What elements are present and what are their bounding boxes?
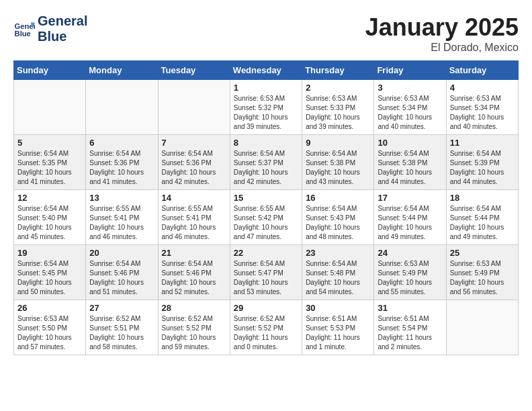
day-number: 28: [162, 303, 226, 313]
day-number: 21: [162, 248, 226, 258]
calendar-cell: 6Sunrise: 6:54 AM Sunset: 5:36 PM Daylig…: [86, 135, 158, 190]
calendar-cell: 5Sunrise: 6:54 AM Sunset: 5:35 PM Daylig…: [14, 135, 86, 190]
day-number: 5: [17, 138, 82, 148]
calendar-cell: 16Sunrise: 6:54 AM Sunset: 5:43 PM Dayli…: [302, 190, 374, 245]
calendar-cell: 22Sunrise: 6:54 AM Sunset: 5:47 PM Dayli…: [230, 245, 302, 300]
day-number: 15: [234, 193, 298, 203]
day-number: 10: [378, 138, 442, 148]
calendar-cell: 27Sunrise: 6:52 AM Sunset: 5:51 PM Dayli…: [86, 300, 158, 355]
calendar-cell: 2Sunrise: 6:53 AM Sunset: 5:33 PM Daylig…: [302, 80, 374, 135]
day-number: 26: [17, 303, 82, 313]
day-number: 9: [306, 138, 370, 148]
calendar-week-row: 1Sunrise: 6:53 AM Sunset: 5:32 PM Daylig…: [14, 80, 519, 135]
day-info: Sunrise: 6:54 AM Sunset: 5:48 PM Dayligh…: [306, 259, 370, 297]
calendar-cell: [158, 80, 230, 135]
day-number: 7: [162, 138, 226, 148]
calendar-cell: 17Sunrise: 6:54 AM Sunset: 5:44 PM Dayli…: [374, 190, 446, 245]
day-info: Sunrise: 6:54 AM Sunset: 5:38 PM Dayligh…: [306, 149, 370, 187]
day-info: Sunrise: 6:54 AM Sunset: 5:46 PM Dayligh…: [89, 259, 154, 297]
calendar-cell: 13Sunrise: 6:55 AM Sunset: 5:41 PM Dayli…: [86, 190, 158, 245]
day-number: 27: [89, 303, 154, 313]
calendar-cell: 4Sunrise: 6:53 AM Sunset: 5:34 PM Daylig…: [446, 80, 518, 135]
day-number: 4: [450, 83, 515, 93]
calendar-week-row: 26Sunrise: 6:53 AM Sunset: 5:50 PM Dayli…: [14, 300, 519, 355]
day-header-tuesday: Tuesday: [158, 61, 230, 80]
month-title: January 2025: [365, 13, 519, 42]
calendar-cell: 21Sunrise: 6:54 AM Sunset: 5:46 PM Dayli…: [158, 245, 230, 300]
calendar-week-row: 5Sunrise: 6:54 AM Sunset: 5:35 PM Daylig…: [14, 135, 519, 190]
calendar-cell: 20Sunrise: 6:54 AM Sunset: 5:46 PM Dayli…: [86, 245, 158, 300]
logo-icon: General Blue: [13, 18, 35, 40]
calendar-week-row: 12Sunrise: 6:54 AM Sunset: 5:40 PM Dayli…: [14, 190, 519, 245]
calendar-cell: [446, 300, 518, 355]
calendar-cell: 3Sunrise: 6:53 AM Sunset: 5:34 PM Daylig…: [374, 80, 446, 135]
day-info: Sunrise: 6:54 AM Sunset: 5:45 PM Dayligh…: [17, 259, 82, 297]
day-header-friday: Friday: [374, 61, 446, 80]
day-number: 11: [450, 138, 515, 148]
calendar-cell: 18Sunrise: 6:54 AM Sunset: 5:44 PM Dayli…: [446, 190, 518, 245]
calendar-cell: 31Sunrise: 6:51 AM Sunset: 5:54 PM Dayli…: [374, 300, 446, 355]
location: El Dorado, Mexico: [365, 42, 519, 54]
calendar-cell: 24Sunrise: 6:53 AM Sunset: 5:49 PM Dayli…: [374, 245, 446, 300]
calendar-cell: 9Sunrise: 6:54 AM Sunset: 5:38 PM Daylig…: [302, 135, 374, 190]
calendar-cell: 25Sunrise: 6:53 AM Sunset: 5:49 PM Dayli…: [446, 245, 518, 300]
calendar-cell: 28Sunrise: 6:52 AM Sunset: 5:52 PM Dayli…: [158, 300, 230, 355]
day-number: 12: [17, 193, 82, 203]
day-header-monday: Monday: [86, 61, 158, 80]
day-info: Sunrise: 6:54 AM Sunset: 5:38 PM Dayligh…: [378, 149, 442, 187]
day-number: 29: [234, 303, 298, 313]
title-block: January 2025 El Dorado, Mexico: [365, 13, 519, 54]
calendar-header-row: SundayMondayTuesdayWednesdayThursdayFrid…: [14, 61, 519, 80]
day-info: Sunrise: 6:54 AM Sunset: 5:43 PM Dayligh…: [306, 204, 370, 242]
logo: General Blue General Blue: [13, 13, 87, 44]
calendar-cell: 19Sunrise: 6:54 AM Sunset: 5:45 PM Dayli…: [14, 245, 86, 300]
calendar-cell: 15Sunrise: 6:55 AM Sunset: 5:42 PM Dayli…: [230, 190, 302, 245]
day-info: Sunrise: 6:53 AM Sunset: 5:34 PM Dayligh…: [378, 94, 442, 132]
day-info: Sunrise: 6:54 AM Sunset: 5:36 PM Dayligh…: [89, 149, 154, 187]
day-info: Sunrise: 6:54 AM Sunset: 5:40 PM Dayligh…: [17, 204, 82, 242]
logo-general: General: [38, 13, 87, 29]
day-number: 17: [378, 193, 442, 203]
day-info: Sunrise: 6:54 AM Sunset: 5:44 PM Dayligh…: [378, 204, 442, 242]
day-info: Sunrise: 6:55 AM Sunset: 5:42 PM Dayligh…: [234, 204, 298, 242]
day-header-sunday: Sunday: [14, 61, 86, 80]
day-number: 14: [162, 193, 226, 203]
page-header: General Blue General Blue January 2025 E…: [13, 13, 519, 54]
day-info: Sunrise: 6:54 AM Sunset: 5:37 PM Dayligh…: [234, 149, 298, 187]
day-info: Sunrise: 6:52 AM Sunset: 5:52 PM Dayligh…: [234, 314, 298, 352]
day-info: Sunrise: 6:52 AM Sunset: 5:51 PM Dayligh…: [89, 314, 154, 352]
day-info: Sunrise: 6:51 AM Sunset: 5:54 PM Dayligh…: [378, 314, 442, 352]
calendar-cell: 29Sunrise: 6:52 AM Sunset: 5:52 PM Dayli…: [230, 300, 302, 355]
day-number: 2: [306, 83, 370, 93]
day-header-wednesday: Wednesday: [230, 61, 302, 80]
day-info: Sunrise: 6:55 AM Sunset: 5:41 PM Dayligh…: [162, 204, 226, 242]
day-info: Sunrise: 6:52 AM Sunset: 5:52 PM Dayligh…: [162, 314, 226, 352]
day-number: 3: [378, 83, 442, 93]
day-number: 20: [89, 248, 154, 258]
day-info: Sunrise: 6:53 AM Sunset: 5:49 PM Dayligh…: [378, 259, 442, 297]
day-header-saturday: Saturday: [446, 61, 518, 80]
day-info: Sunrise: 6:53 AM Sunset: 5:32 PM Dayligh…: [234, 94, 298, 132]
day-info: Sunrise: 6:54 AM Sunset: 5:39 PM Dayligh…: [450, 149, 515, 187]
day-number: 30: [306, 303, 370, 313]
calendar-cell: 8Sunrise: 6:54 AM Sunset: 5:37 PM Daylig…: [230, 135, 302, 190]
day-info: Sunrise: 6:53 AM Sunset: 5:49 PM Dayligh…: [450, 259, 515, 297]
day-info: Sunrise: 6:51 AM Sunset: 5:53 PM Dayligh…: [306, 314, 370, 352]
day-number: 24: [378, 248, 442, 258]
day-number: 31: [378, 303, 442, 313]
calendar-week-row: 19Sunrise: 6:54 AM Sunset: 5:45 PM Dayli…: [14, 245, 519, 300]
svg-text:Blue: Blue: [15, 30, 31, 38]
day-number: 19: [17, 248, 82, 258]
calendar-table: SundayMondayTuesdayWednesdayThursdayFrid…: [13, 60, 519, 355]
calendar-cell: 7Sunrise: 6:54 AM Sunset: 5:36 PM Daylig…: [158, 135, 230, 190]
calendar-cell: 12Sunrise: 6:54 AM Sunset: 5:40 PM Dayli…: [14, 190, 86, 245]
calendar-cell: 1Sunrise: 6:53 AM Sunset: 5:32 PM Daylig…: [230, 80, 302, 135]
day-info: Sunrise: 6:54 AM Sunset: 5:36 PM Dayligh…: [162, 149, 226, 187]
day-info: Sunrise: 6:54 AM Sunset: 5:46 PM Dayligh…: [162, 259, 226, 297]
calendar-cell: 23Sunrise: 6:54 AM Sunset: 5:48 PM Dayli…: [302, 245, 374, 300]
calendar-cell: 10Sunrise: 6:54 AM Sunset: 5:38 PM Dayli…: [374, 135, 446, 190]
day-info: Sunrise: 6:53 AM Sunset: 5:33 PM Dayligh…: [306, 94, 370, 132]
calendar-cell: [14, 80, 86, 135]
day-number: 16: [306, 193, 370, 203]
day-header-thursday: Thursday: [302, 61, 374, 80]
